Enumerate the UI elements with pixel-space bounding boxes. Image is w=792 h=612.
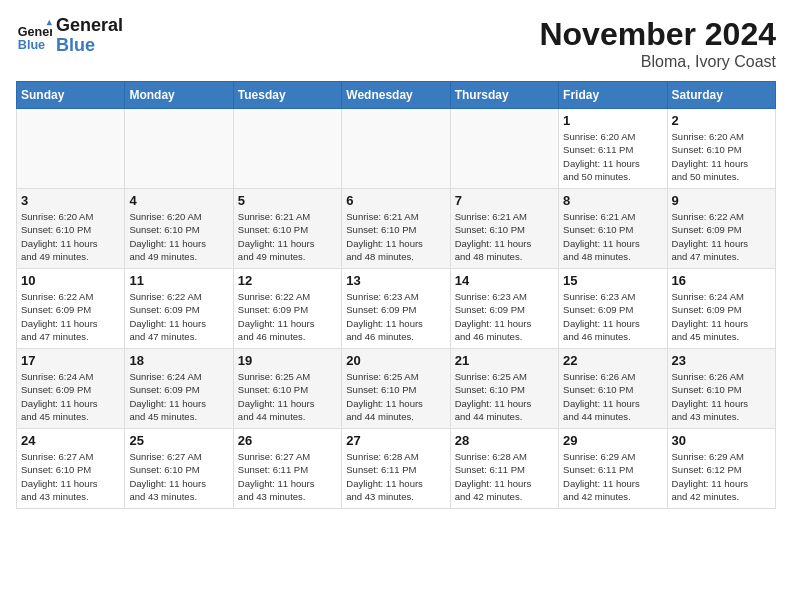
calendar-cell: 15Sunrise: 6:23 AM Sunset: 6:09 PM Dayli… — [559, 269, 667, 349]
day-info: Sunrise: 6:29 AM Sunset: 6:12 PM Dayligh… — [672, 450, 771, 503]
calendar-cell — [17, 109, 125, 189]
day-number: 27 — [346, 433, 445, 448]
calendar-cell: 23Sunrise: 6:26 AM Sunset: 6:10 PM Dayli… — [667, 349, 775, 429]
calendar-cell: 21Sunrise: 6:25 AM Sunset: 6:10 PM Dayli… — [450, 349, 558, 429]
calendar-week-3: 10Sunrise: 6:22 AM Sunset: 6:09 PM Dayli… — [17, 269, 776, 349]
day-info: Sunrise: 6:20 AM Sunset: 6:10 PM Dayligh… — [21, 210, 120, 263]
calendar-week-5: 24Sunrise: 6:27 AM Sunset: 6:10 PM Dayli… — [17, 429, 776, 509]
calendar-cell: 26Sunrise: 6:27 AM Sunset: 6:11 PM Dayli… — [233, 429, 341, 509]
calendar-cell — [233, 109, 341, 189]
calendar-cell: 25Sunrise: 6:27 AM Sunset: 6:10 PM Dayli… — [125, 429, 233, 509]
day-number: 30 — [672, 433, 771, 448]
calendar-cell: 8Sunrise: 6:21 AM Sunset: 6:10 PM Daylig… — [559, 189, 667, 269]
calendar-week-2: 3Sunrise: 6:20 AM Sunset: 6:10 PM Daylig… — [17, 189, 776, 269]
day-info: Sunrise: 6:21 AM Sunset: 6:10 PM Dayligh… — [563, 210, 662, 263]
calendar-cell: 7Sunrise: 6:21 AM Sunset: 6:10 PM Daylig… — [450, 189, 558, 269]
page-header: General Blue General Blue November 2024 … — [16, 16, 776, 71]
day-number: 22 — [563, 353, 662, 368]
day-number: 21 — [455, 353, 554, 368]
day-info: Sunrise: 6:24 AM Sunset: 6:09 PM Dayligh… — [672, 290, 771, 343]
calendar-cell: 18Sunrise: 6:24 AM Sunset: 6:09 PM Dayli… — [125, 349, 233, 429]
calendar-table: SundayMondayTuesdayWednesdayThursdayFrid… — [16, 81, 776, 509]
day-number: 18 — [129, 353, 228, 368]
calendar-cell: 9Sunrise: 6:22 AM Sunset: 6:09 PM Daylig… — [667, 189, 775, 269]
weekday-header-tuesday: Tuesday — [233, 82, 341, 109]
calendar-cell: 12Sunrise: 6:22 AM Sunset: 6:09 PM Dayli… — [233, 269, 341, 349]
svg-text:Blue: Blue — [18, 37, 45, 51]
day-number: 29 — [563, 433, 662, 448]
calendar-cell: 11Sunrise: 6:22 AM Sunset: 6:09 PM Dayli… — [125, 269, 233, 349]
title-block: November 2024 Bloma, Ivory Coast — [539, 16, 776, 71]
logo: General Blue General Blue — [16, 16, 123, 56]
day-info: Sunrise: 6:27 AM Sunset: 6:11 PM Dayligh… — [238, 450, 337, 503]
day-info: Sunrise: 6:20 AM Sunset: 6:11 PM Dayligh… — [563, 130, 662, 183]
day-number: 23 — [672, 353, 771, 368]
calendar-cell: 13Sunrise: 6:23 AM Sunset: 6:09 PM Dayli… — [342, 269, 450, 349]
day-info: Sunrise: 6:27 AM Sunset: 6:10 PM Dayligh… — [129, 450, 228, 503]
weekday-header-sunday: Sunday — [17, 82, 125, 109]
location: Bloma, Ivory Coast — [539, 53, 776, 71]
weekday-header-friday: Friday — [559, 82, 667, 109]
day-number: 10 — [21, 273, 120, 288]
day-number: 17 — [21, 353, 120, 368]
calendar-cell: 22Sunrise: 6:26 AM Sunset: 6:10 PM Dayli… — [559, 349, 667, 429]
day-number: 28 — [455, 433, 554, 448]
calendar-cell: 1Sunrise: 6:20 AM Sunset: 6:11 PM Daylig… — [559, 109, 667, 189]
day-info: Sunrise: 6:25 AM Sunset: 6:10 PM Dayligh… — [346, 370, 445, 423]
day-info: Sunrise: 6:22 AM Sunset: 6:09 PM Dayligh… — [129, 290, 228, 343]
logo-text-general: General — [56, 16, 123, 36]
day-info: Sunrise: 6:23 AM Sunset: 6:09 PM Dayligh… — [563, 290, 662, 343]
day-info: Sunrise: 6:23 AM Sunset: 6:09 PM Dayligh… — [455, 290, 554, 343]
calendar-cell: 20Sunrise: 6:25 AM Sunset: 6:10 PM Dayli… — [342, 349, 450, 429]
day-info: Sunrise: 6:25 AM Sunset: 6:10 PM Dayligh… — [238, 370, 337, 423]
day-number: 2 — [672, 113, 771, 128]
day-number: 13 — [346, 273, 445, 288]
day-info: Sunrise: 6:22 AM Sunset: 6:09 PM Dayligh… — [21, 290, 120, 343]
calendar-cell: 2Sunrise: 6:20 AM Sunset: 6:10 PM Daylig… — [667, 109, 775, 189]
calendar-cell: 28Sunrise: 6:28 AM Sunset: 6:11 PM Dayli… — [450, 429, 558, 509]
calendar-cell: 30Sunrise: 6:29 AM Sunset: 6:12 PM Dayli… — [667, 429, 775, 509]
calendar-cell — [450, 109, 558, 189]
day-number: 14 — [455, 273, 554, 288]
day-info: Sunrise: 6:22 AM Sunset: 6:09 PM Dayligh… — [672, 210, 771, 263]
logo-text-blue: Blue — [56, 36, 123, 56]
calendar-cell: 3Sunrise: 6:20 AM Sunset: 6:10 PM Daylig… — [17, 189, 125, 269]
calendar-header-row: SundayMondayTuesdayWednesdayThursdayFrid… — [17, 82, 776, 109]
calendar-cell: 27Sunrise: 6:28 AM Sunset: 6:11 PM Dayli… — [342, 429, 450, 509]
weekday-header-thursday: Thursday — [450, 82, 558, 109]
calendar-cell — [125, 109, 233, 189]
calendar-cell: 4Sunrise: 6:20 AM Sunset: 6:10 PM Daylig… — [125, 189, 233, 269]
day-number: 15 — [563, 273, 662, 288]
weekday-header-wednesday: Wednesday — [342, 82, 450, 109]
calendar-cell: 14Sunrise: 6:23 AM Sunset: 6:09 PM Dayli… — [450, 269, 558, 349]
day-number: 1 — [563, 113, 662, 128]
day-info: Sunrise: 6:26 AM Sunset: 6:10 PM Dayligh… — [563, 370, 662, 423]
calendar-cell: 5Sunrise: 6:21 AM Sunset: 6:10 PM Daylig… — [233, 189, 341, 269]
day-info: Sunrise: 6:21 AM Sunset: 6:10 PM Dayligh… — [238, 210, 337, 263]
day-number: 5 — [238, 193, 337, 208]
day-number: 24 — [21, 433, 120, 448]
day-number: 20 — [346, 353, 445, 368]
calendar-cell: 6Sunrise: 6:21 AM Sunset: 6:10 PM Daylig… — [342, 189, 450, 269]
day-info: Sunrise: 6:24 AM Sunset: 6:09 PM Dayligh… — [21, 370, 120, 423]
day-info: Sunrise: 6:20 AM Sunset: 6:10 PM Dayligh… — [129, 210, 228, 263]
day-number: 12 — [238, 273, 337, 288]
calendar-cell: 24Sunrise: 6:27 AM Sunset: 6:10 PM Dayli… — [17, 429, 125, 509]
day-info: Sunrise: 6:21 AM Sunset: 6:10 PM Dayligh… — [455, 210, 554, 263]
calendar-week-1: 1Sunrise: 6:20 AM Sunset: 6:11 PM Daylig… — [17, 109, 776, 189]
day-info: Sunrise: 6:23 AM Sunset: 6:09 PM Dayligh… — [346, 290, 445, 343]
day-number: 25 — [129, 433, 228, 448]
day-info: Sunrise: 6:29 AM Sunset: 6:11 PM Dayligh… — [563, 450, 662, 503]
svg-marker-2 — [47, 20, 52, 25]
day-info: Sunrise: 6:25 AM Sunset: 6:10 PM Dayligh… — [455, 370, 554, 423]
calendar-cell — [342, 109, 450, 189]
day-number: 6 — [346, 193, 445, 208]
calendar-cell: 17Sunrise: 6:24 AM Sunset: 6:09 PM Dayli… — [17, 349, 125, 429]
calendar-cell: 19Sunrise: 6:25 AM Sunset: 6:10 PM Dayli… — [233, 349, 341, 429]
day-number: 8 — [563, 193, 662, 208]
day-info: Sunrise: 6:20 AM Sunset: 6:10 PM Dayligh… — [672, 130, 771, 183]
calendar-cell: 16Sunrise: 6:24 AM Sunset: 6:09 PM Dayli… — [667, 269, 775, 349]
day-number: 3 — [21, 193, 120, 208]
logo-icon: General Blue — [16, 18, 52, 54]
calendar-cell: 10Sunrise: 6:22 AM Sunset: 6:09 PM Dayli… — [17, 269, 125, 349]
